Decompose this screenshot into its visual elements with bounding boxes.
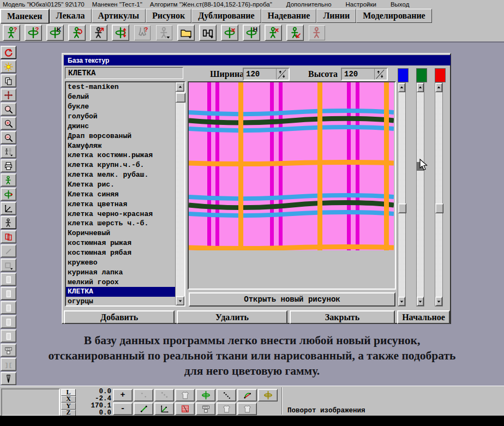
texture-list-item[interactable]: Драп ворсованый	[66, 131, 175, 141]
mannequin-pair-menu-button[interactable]	[1, 145, 16, 158]
menubar-item-2[interactable]: Алгоритм "Жен.ст(88-104,152-176)-проба"	[150, 1, 272, 8]
points-line-button[interactable]	[217, 389, 236, 401]
rotate-figure-delete-button[interactable]	[221, 25, 238, 41]
scroll-thumb[interactable]	[398, 203, 406, 213]
width-value[interactable]: 120	[244, 69, 276, 80]
green-channel-scrollbar[interactable]	[416, 82, 424, 307]
texture-list-item[interactable]: клетка мелк. рубаш.	[66, 170, 175, 180]
mannequin-outline-button[interactable]	[1, 173, 16, 187]
texture-list-item[interactable]: Клетка рис.	[66, 180, 175, 190]
tab-надевание[interactable]: Надевание	[261, 9, 317, 23]
scroll-track[interactable]	[435, 92, 442, 297]
scroll-thumb[interactable]	[435, 203, 443, 213]
hatch-red-button[interactable]	[175, 403, 195, 415]
menubar-item-5[interactable]: Выход	[391, 1, 409, 8]
mannequin-delete-button[interactable]	[265, 25, 282, 41]
texture-list-item[interactable]: КЛЕТКА	[66, 287, 175, 297]
texture-list-item[interactable]: белый	[66, 92, 175, 102]
texture-list-item[interactable]: костюмная рябая	[66, 248, 175, 258]
copy-window-button[interactable]	[1, 74, 16, 87]
scroll-track[interactable]	[417, 92, 424, 297]
tab-моделирование[interactable]: Моделирование	[356, 9, 432, 23]
scroll-up-button[interactable]	[398, 83, 405, 92]
mannequin-import-button[interactable]	[286, 25, 304, 41]
zoom-in-button[interactable]: +	[1, 117, 16, 130]
green-channel-swatch[interactable]	[416, 68, 427, 82]
texture-list-item[interactable]: клетка крупн.ч.-б.	[66, 160, 175, 170]
texture-list-item[interactable]: костюмная рыжая	[66, 238, 175, 248]
points-move-button[interactable]	[154, 389, 174, 401]
panel-1-button[interactable]	[1, 273, 16, 286]
height-value[interactable]: 120	[342, 69, 374, 80]
zoom-out-button[interactable]: −	[1, 131, 16, 144]
frame-menu-button[interactable]	[1, 259, 16, 272]
tab-рисунок[interactable]: Рисунок	[146, 9, 191, 23]
scroll-up-button[interactable]	[176, 82, 184, 92]
texture-list-item[interactable]: клетка костюмн.рыжая	[66, 151, 175, 160]
texture-list-item[interactable]: клетка шерсть ч.-б.	[66, 219, 175, 229]
blue-channel-swatch[interactable]	[398, 68, 409, 82]
texture-list-item[interactable]: голубой	[66, 112, 175, 122]
mannequin-export-button[interactable]	[90, 25, 107, 41]
blue-channel-scrollbar[interactable]	[398, 82, 406, 307]
scroll-down-button[interactable]	[398, 297, 405, 306]
print-button[interactable]	[1, 159, 16, 172]
menubar-item-3[interactable]: Дополнительно	[286, 1, 332, 8]
zoom-tool-button[interactable]	[1, 103, 16, 116]
rotate-figure-query-button[interactable]: ?	[25, 25, 42, 41]
axes-3d-button[interactable]	[1, 202, 16, 215]
plus-button[interactable]: +	[113, 389, 133, 401]
height-spinner[interactable]	[374, 69, 387, 80]
rotate-figure-h-button[interactable]: H	[243, 25, 260, 41]
ruler-small-button[interactable]	[196, 403, 215, 415]
scroll-down-button[interactable]	[435, 297, 442, 306]
menubar-item-0[interactable]: Модель "Юбка\0125" 92\170	[3, 1, 85, 8]
texture-list-item[interactable]: джинс	[66, 121, 175, 131]
scroll-up-button[interactable]	[435, 83, 442, 92]
texture-name-field[interactable]: КЛЕТКА	[65, 67, 183, 79]
minus-button[interactable]: -	[113, 403, 133, 415]
scroll-track[interactable]	[176, 92, 184, 296]
open-new-picture-button[interactable]: Открыть новый рисунок	[189, 292, 395, 307]
tab-линии[interactable]: Линии	[316, 9, 356, 23]
texture-list-item[interactable]: кружево	[66, 257, 175, 267]
mannequin-query-button[interactable]: ?	[3, 25, 20, 41]
draw-line-button[interactable]	[1, 244, 16, 257]
texture-list-item[interactable]: Камуфляж	[66, 141, 175, 151]
width-field[interactable]: 120	[243, 68, 290, 81]
rotate-view-button[interactable]	[1, 46, 16, 59]
texture-list-item[interactable]: мелкий горох	[66, 277, 175, 287]
delete-button[interactable]: Удалить	[177, 310, 287, 324]
mannequin-view-menu-button[interactable]	[155, 25, 173, 41]
corset-query-button[interactable]: ?	[134, 25, 151, 41]
add-button[interactable]: Добавить	[64, 310, 175, 324]
dialog-titlebar[interactable]: База текстур	[64, 55, 451, 65]
red-frames-button[interactable]	[1, 230, 16, 243]
width-spinner[interactable]	[276, 69, 289, 80]
scroll-thumb[interactable]	[176, 93, 185, 103]
red-channel-scrollbar[interactable]	[435, 82, 443, 307]
mannequin-dark-button[interactable]	[1, 216, 16, 229]
height-field[interactable]: 120	[341, 68, 388, 81]
tab-лекала[interactable]: Лекала	[50, 9, 92, 23]
red-channel-swatch[interactable]	[435, 68, 446, 82]
segment-green-button[interactable]	[134, 403, 153, 415]
rotate-ellipse-green-button[interactable]	[196, 389, 215, 401]
tab-манекен[interactable]: Манекен	[0, 9, 50, 24]
close-button[interactable]: Закрыть	[290, 310, 395, 324]
brightness-button[interactable]	[1, 60, 16, 73]
texture-list-item[interactable]: test-maniken	[66, 82, 175, 92]
tab-артикулы[interactable]: Артикулы	[92, 9, 146, 23]
texture-list-item[interactable]: огурцы	[66, 297, 175, 305]
initial-button[interactable]: Начальное	[397, 310, 450, 324]
point-single-button[interactable]	[134, 389, 153, 401]
scroll-up-button[interactable]	[417, 83, 424, 92]
rotate-figure-point-button[interactable]	[1, 188, 16, 201]
shirt-tool-1-button[interactable]	[175, 389, 195, 401]
shirt-tool-2-button[interactable]	[217, 403, 236, 415]
scroll-down-button[interactable]	[176, 296, 184, 305]
texture-list-item[interactable]: букле	[66, 102, 175, 112]
shirt-tool-3-button[interactable]	[237, 403, 257, 415]
tab-дублирование[interactable]: Дублирование	[191, 9, 261, 23]
pan-move-button[interactable]	[1, 88, 16, 101]
